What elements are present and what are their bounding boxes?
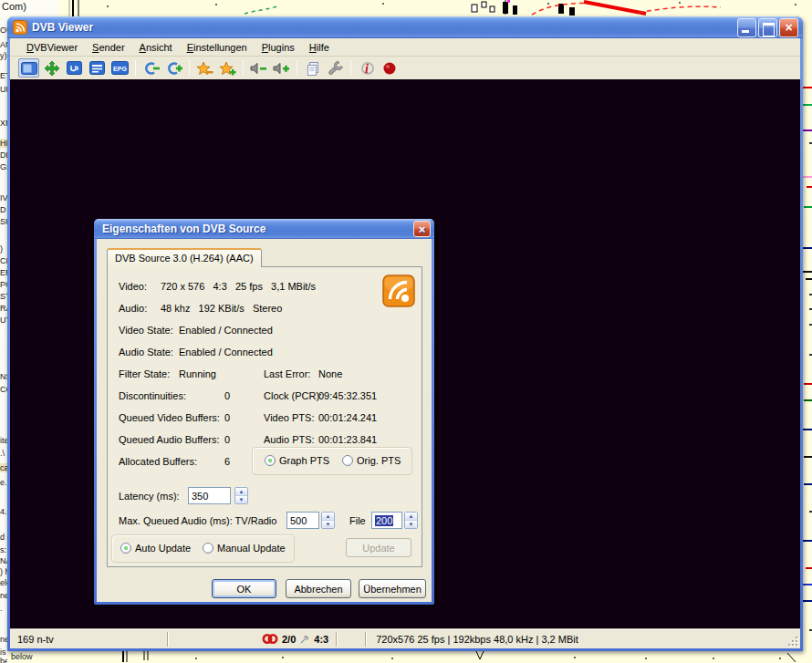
toolbar-separator <box>297 60 297 76</box>
toolbar-separator <box>350 60 351 76</box>
osd-icon[interactable] <box>87 58 108 78</box>
audio-state-value: Enabled / Connected <box>179 347 273 357</box>
background-chart-fragment <box>7 651 805 663</box>
bg-text-fragment: 4.C <box>0 507 7 516</box>
epg-icon[interactable]: EPG <box>109 58 130 78</box>
bg-text-fragment: d n <box>0 533 7 542</box>
cancel-button[interactable]: Abbrechen <box>286 579 351 598</box>
bg-text-fragment: UR <box>0 85 7 94</box>
dialog-close-icon[interactable]: × <box>413 221 431 237</box>
bg-text-fragment: ) <box>0 244 3 254</box>
orig-pts-option[interactable]: Orig. PTS <box>342 455 401 466</box>
max-audio-file-stepper[interactable]: ▲▼ <box>404 512 418 529</box>
discontinuities-label: Discontinuities: <box>119 390 186 401</box>
dialog-title-bar[interactable]: Eigenschaften von DVB Source × <box>94 219 434 239</box>
menu-sender[interactable]: Sender <box>85 39 131 56</box>
svg-text:EPG: EPG <box>113 66 127 72</box>
graph-pts-radio[interactable] <box>265 455 276 466</box>
bg-text-fragment: ite <box>0 436 7 445</box>
ok-button[interactable]: OK <box>212 579 276 598</box>
bg-text-fragment: CO <box>0 385 7 394</box>
manual-update-option[interactable]: Manual Update <box>203 543 286 554</box>
menu-dvbviewer[interactable]: DVBViewer <box>19 39 85 56</box>
minimize-button[interactable] <box>737 18 756 37</box>
title-bar[interactable]: DVB Viewer × <box>7 16 803 38</box>
menu-plugins[interactable]: Plugins <box>255 39 302 56</box>
latency-input[interactable]: 350 <box>188 487 231 504</box>
queued-video-buffers-value: 0 <box>224 412 230 423</box>
favorite-remove-icon[interactable] <box>194 58 215 78</box>
manual-update-label: Manual Update <box>217 543 286 554</box>
bg-chart-dash <box>804 383 812 385</box>
aspect-ratio-icon <box>299 634 310 645</box>
bg-chart-dash <box>806 567 812 569</box>
volume-down-icon[interactable] <box>248 58 269 78</box>
dialog-title: Eigenschaften von DVB Source <box>102 223 265 235</box>
bg-chart-dash <box>803 584 812 585</box>
channel-prev-icon[interactable] <box>141 58 161 78</box>
close-button[interactable]: × <box>779 18 798 37</box>
background-app-top: Com) <box>0 0 812 16</box>
channel-monitor-icon[interactable] <box>64 58 85 78</box>
max-audio-tv-input[interactable]: 500 <box>286 512 319 529</box>
bg-text-fragment: ne <box>0 591 7 600</box>
filter-state-label: Filter State: <box>119 368 170 379</box>
bg-text-fragment: ET <box>0 71 7 80</box>
toolbar: EPG <box>10 57 800 79</box>
status-channel: 169 n-tv <box>17 634 165 645</box>
record-icon[interactable] <box>379 58 400 78</box>
update-button[interactable]: Update <box>346 538 411 557</box>
video-state-label: Video State: <box>119 325 173 336</box>
audio-state-label: Audio State: <box>119 347 173 357</box>
audio-channels-icon <box>262 633 278 645</box>
bg-text-fragment: NSF <box>0 372 7 381</box>
about-info-icon[interactable]: i <box>356 58 377 78</box>
pan-move-icon[interactable] <box>41 58 62 78</box>
bg-text-fragment: e... <box>0 478 7 487</box>
menu-hilfe[interactable]: Hilfe <box>302 39 337 56</box>
allocated-buffers-value: 6 <box>224 456 230 467</box>
graph-pts-option[interactable]: Graph PTS <box>265 455 329 466</box>
resize-grip[interactable] <box>786 635 798 647</box>
volume-up-icon[interactable] <box>271 58 292 78</box>
clock-pcr-value: 09:45:32.351 <box>318 390 377 401</box>
bg-text-fragment: ) h <box>0 567 7 576</box>
copy-icon[interactable] <box>302 58 323 78</box>
allocated-buffers-label: Allocated Buffers: <box>119 456 197 467</box>
options-wrench-icon[interactable] <box>325 58 346 78</box>
menu-ansicht[interactable]: Ansicht <box>132 39 180 56</box>
status-separator <box>336 632 338 647</box>
latency-stepper[interactable]: ▲▼ <box>234 487 248 504</box>
screen-mode-icon[interactable] <box>18 58 39 78</box>
toolbar-separator <box>243 60 244 76</box>
manual-update-radio[interactable] <box>203 543 213 554</box>
bg-text-fragment: HIN <box>0 139 7 148</box>
latency-label: Latency (ms): <box>119 491 180 502</box>
bg-chart-dash <box>803 271 812 273</box>
bg-chart-dash <box>803 176 812 178</box>
max-audio-tv-stepper[interactable]: ▲▼ <box>321 512 335 529</box>
auto-update-option[interactable]: Auto Update <box>120 543 191 554</box>
bg-text-fragment: . <box>0 604 3 613</box>
bg-text-fragment: NAI <box>0 556 7 565</box>
favorite-add-icon[interactable] <box>217 58 238 78</box>
maximize-button[interactable] <box>758 18 777 37</box>
orig-pts-radio[interactable] <box>342 455 353 466</box>
bg-text-fragment: AN <box>0 40 7 49</box>
audio-pts-value: 00:01:23.841 <box>318 434 377 445</box>
bg-chart-dash <box>803 429 812 430</box>
bg-text-fragment: CI <box>0 256 7 265</box>
bg-chart-dash <box>807 186 812 188</box>
max-audio-file-input[interactable]: 200 <box>371 512 402 529</box>
dialog-body: DVB Source 3.0 (H.264) (AAC) Video: 720 … <box>97 239 432 602</box>
apply-button[interactable]: Übernehmen <box>359 579 426 598</box>
bg-chart-dash <box>803 87 812 88</box>
bg-text-fragment: .\ <box>0 449 5 458</box>
bg-chart-dash <box>803 129 812 131</box>
queued-audio-buffers-label: Queued Audio Buffers: <box>119 434 220 445</box>
tab-dvb-source[interactable]: DVB Source 3.0 (H.264) (AAC) <box>107 248 262 267</box>
video-value: 720 x 576 4:3 25 fps 3,1 MBit/s <box>161 281 316 292</box>
menu-einstellungen[interactable]: Einstellungen <box>180 39 255 56</box>
channel-next-icon[interactable] <box>163 58 184 78</box>
auto-update-radio[interactable] <box>120 543 131 554</box>
